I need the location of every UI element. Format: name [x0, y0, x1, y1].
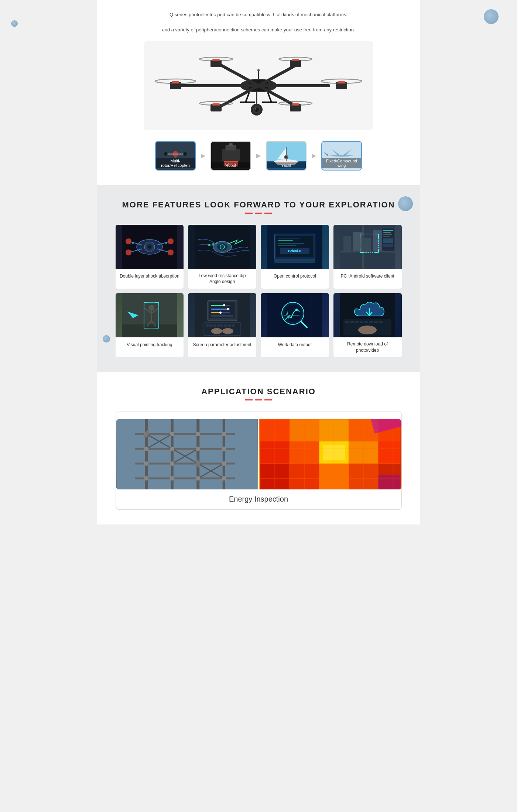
arrow-1: ▶ [198, 152, 209, 159]
svg-rect-103 [383, 244, 393, 247]
platform-row: Multi-rotor/Helicopten ▶ MAKE IT Robot [105, 137, 413, 178]
svg-point-61 [126, 238, 131, 244]
feature-label-data: Work data output [261, 337, 329, 352]
platform-robot[interactable]: MAKE IT Robot [209, 141, 253, 171]
svg-rect-95 [362, 225, 364, 269]
svg-rect-133 [220, 324, 223, 327]
feature-img-software [333, 225, 402, 269]
svg-point-73 [220, 245, 225, 249]
svg-rect-90 [353, 232, 362, 251]
svg-rect-158 [369, 321, 373, 323]
application-title: APPLICATION SCENARIO [116, 387, 402, 396]
svg-point-107 [148, 305, 154, 311]
platform-fixed-wing[interactable]: Fixed/Compound wing [319, 141, 364, 171]
svg-point-36 [257, 69, 260, 71]
svg-rect-81 [278, 240, 293, 241]
svg-point-181 [196, 432, 200, 436]
app-img-scaffold [116, 419, 258, 489]
svg-rect-134 [224, 324, 227, 327]
svg-point-75 [212, 243, 214, 245]
app-divider-bar-3 [264, 399, 272, 400]
svg-point-182 [222, 432, 226, 436]
platform-label-yacht: Yacht [267, 162, 306, 168]
svg-point-41 [183, 152, 187, 156]
platform-multi-rotor[interactable]: Multi-rotor/Helicopten [153, 141, 198, 171]
svg-rect-80 [278, 238, 300, 238]
app-divider-bar-2 [255, 399, 262, 400]
svg-point-40 [164, 152, 168, 156]
feature-label-shock: Double layer shock absorption [116, 269, 184, 284]
feature-card-protocol: Pelcol-D Open control protocol [261, 225, 329, 289]
feature-card-wind: Low wind resistance dip Angle design [188, 225, 256, 289]
svg-point-69 [165, 242, 167, 244]
svg-point-67 [148, 245, 151, 248]
svg-point-186 [222, 447, 226, 451]
svg-point-148 [295, 309, 298, 311]
energy-inspection-label: Energy Inspection [116, 489, 401, 509]
hero-description-line2: and a variety of peripheraconnection sch… [105, 26, 413, 34]
feature-img-shock [116, 225, 184, 269]
svg-rect-127 [211, 315, 233, 317]
hero-section: Q series photoelectric pod can be compat… [97, 0, 420, 185]
feature-label-download: Remote download of photo/video [333, 337, 402, 357]
svg-rect-219 [378, 475, 400, 489]
svg-point-191 [144, 476, 148, 481]
platform-yacht[interactable]: Yacht [264, 141, 308, 171]
feature-img-wind [188, 225, 256, 269]
svg-rect-154 [350, 321, 354, 323]
feature-card-screen: Screen parameter adjustment [188, 293, 256, 357]
svg-rect-102 [383, 238, 393, 243]
divider-bar-2 [255, 213, 262, 214]
platform-thumb-multi-rotor[interactable]: Multi-rotor/Helicopten [155, 141, 196, 171]
feature-card-tracking: Visual pointing tracking [116, 293, 184, 357]
svg-point-185 [196, 447, 200, 451]
bubble-bottom-left [103, 335, 110, 343]
svg-point-53 [285, 156, 287, 158]
platform-thumb-fixed[interactable]: Fixed/Compound wing [321, 141, 362, 171]
platform-thumb-robot[interactable]: MAKE IT Robot [210, 141, 251, 171]
svg-rect-130 [209, 324, 212, 327]
svg-rect-100 [383, 234, 392, 235]
feature-card-software: PC+Android software client [333, 225, 402, 289]
svg-rect-125 [211, 312, 220, 313]
svg-point-194 [222, 476, 226, 481]
feature-card-data: Work data output [261, 293, 329, 357]
svg-point-137 [211, 328, 222, 334]
app-divider-bar-1 [245, 399, 253, 400]
svg-rect-153 [345, 321, 349, 323]
svg-point-184 [170, 447, 174, 451]
svg-rect-119 [211, 305, 224, 306]
svg-rect-155 [355, 321, 359, 323]
svg-point-74 [208, 244, 210, 246]
svg-rect-86 [274, 260, 315, 263]
app-img-thermal [259, 419, 401, 489]
platform-label-fixed: Fixed/Compound wing [322, 158, 361, 168]
svg-rect-46 [229, 143, 233, 146]
svg-rect-156 [360, 321, 363, 323]
drone-svg [144, 41, 373, 130]
hero-description-line1: Q series photoelectric pod can be compat… [105, 11, 413, 19]
svg-point-120 [223, 304, 225, 306]
svg-rect-217 [323, 445, 345, 460]
feature-label-software: PC+Android software client [333, 269, 402, 284]
svg-rect-132 [217, 324, 220, 327]
svg-rect-82 [278, 243, 304, 244]
svg-point-34 [255, 108, 256, 110]
feature-card-shock: Double layer shock absorption [116, 225, 184, 289]
application-section: APPLICATION SCENARIO [97, 372, 420, 524]
platform-thumb-yacht[interactable]: Yacht [266, 141, 307, 171]
feature-img-tracking [116, 293, 184, 337]
svg-point-187 [144, 461, 148, 466]
svg-rect-129 [206, 324, 209, 327]
platform-label-multi: Multi-rotor/Helicopten [156, 158, 195, 168]
feature-label-wind: Low wind resistance dip Angle design [188, 269, 256, 289]
svg-point-123 [227, 308, 229, 310]
svg-rect-136 [232, 324, 234, 327]
feature-img-protocol: Pelcol-D [261, 225, 329, 269]
svg-point-192 [170, 476, 174, 481]
bubble-top-right [398, 196, 413, 211]
divider-bar-1 [245, 213, 253, 214]
svg-rect-157 [364, 321, 368, 323]
svg-rect-89 [343, 236, 351, 251]
svg-point-64 [168, 250, 174, 255]
